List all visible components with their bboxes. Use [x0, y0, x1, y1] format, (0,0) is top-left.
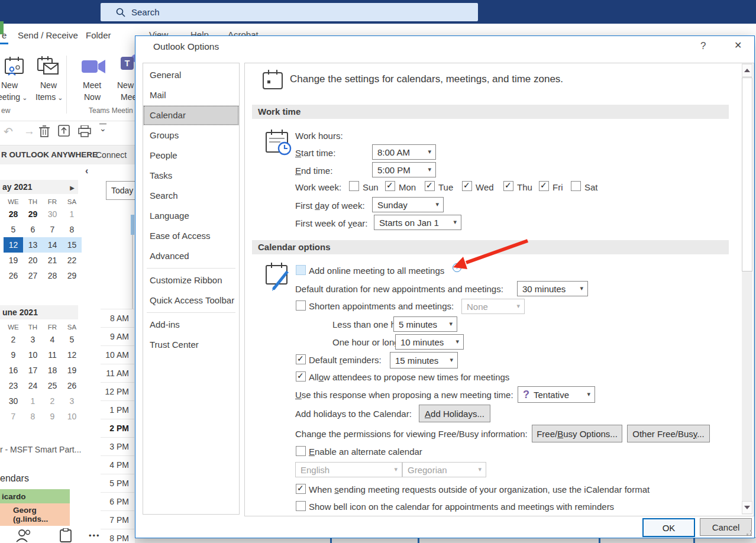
calendar-day[interactable]: 17	[23, 363, 43, 378]
calendar-day[interactable]: 28	[43, 268, 62, 283]
calendar-day[interactable]: 25	[43, 378, 62, 393]
people-nav-icon[interactable]	[15, 528, 32, 542]
nav-item-people[interactable]: People	[143, 146, 239, 166]
collapse-pane-icon[interactable]	[85, 166, 88, 176]
default-reminders-dropdown[interactable]: 15 minutes	[390, 352, 458, 369]
calendar-day-selected[interactable]: 12	[4, 237, 23, 253]
nav-item-calendar[interactable]: Calendar	[143, 105, 239, 125]
tasks-nav-icon[interactable]	[59, 528, 72, 542]
checkbox-wed[interactable]	[462, 181, 472, 191]
shorten-checkbox[interactable]	[296, 300, 306, 311]
use-response-dropdown[interactable]: ? Tentative	[518, 386, 595, 403]
checkbox-fri[interactable]	[539, 181, 549, 191]
calendar-day[interactable]: 2	[4, 332, 23, 347]
nav-item-customize-ribbon[interactable]: Customize Ribbon	[143, 270, 239, 290]
calendar-day[interactable]: 15	[62, 237, 82, 253]
close-button[interactable]	[734, 40, 742, 51]
end-time-dropdown[interactable]: 5:00 PM	[372, 162, 436, 177]
calendar-day[interactable]: 12	[62, 347, 82, 363]
show-bell-checkbox[interactable]	[296, 501, 306, 511]
new-items-button[interactable]: New Items	[34, 54, 65, 111]
less-than-dropdown[interactable]: 5 minutes	[393, 316, 457, 332]
search-bar[interactable]: Search	[101, 3, 478, 21]
scrollbar-thumb[interactable]	[742, 77, 752, 272]
add-online-meeting-checkbox[interactable]	[296, 265, 306, 275]
start-time-dropdown[interactable]: 8:00 AM	[372, 144, 436, 160]
nav-item-mail[interactable]: Mail	[143, 85, 239, 105]
calendar-day[interactable]: 1	[62, 206, 82, 222]
print-icon[interactable]	[78, 125, 91, 137]
calendar-day[interactable]: 19	[4, 253, 23, 268]
calendar-day[interactable]: 7	[4, 409, 23, 424]
nav-item-language[interactable]: Language	[143, 206, 239, 226]
nav-item-quick-access-toolbar[interactable]: Quick Access Toolbar	[143, 290, 239, 311]
tab-folder[interactable]: Folder	[86, 30, 111, 40]
calendar-day[interactable]: 26	[62, 378, 82, 393]
calendar-day[interactable]: 8	[62, 222, 82, 237]
nav-item-groups[interactable]: Groups	[143, 125, 239, 146]
calendar-day[interactable]: 19	[62, 363, 82, 378]
nav-item-advanced[interactable]: Advanced	[143, 246, 239, 266]
calendar-day[interactable]: 9	[43, 409, 62, 424]
checkbox-tue[interactable]	[425, 181, 435, 191]
alternate-calendar-system-dropdown[interactable]: Gregorian	[402, 462, 486, 477]
nav-item-general[interactable]: General	[143, 65, 239, 85]
calendar-day[interactable]: 29	[62, 268, 82, 283]
other-freebusy-button[interactable]: Other Free/Busy...	[627, 425, 710, 442]
calendar-day[interactable]: 26	[4, 268, 23, 283]
tab-home-partial[interactable]: e	[2, 30, 7, 40]
content-scrollbar[interactable]	[742, 63, 752, 515]
calendar-day[interactable]: 8	[23, 409, 43, 424]
nav-item-search[interactable]: Search	[143, 186, 239, 206]
freebusy-options-button[interactable]: Free/Busy Options...	[532, 425, 622, 442]
resize-grip[interactable]	[745, 528, 752, 535]
calendar-day[interactable]: 18	[43, 363, 62, 378]
new-meeting-button[interactable]: New eeting	[0, 54, 31, 111]
calendar-day[interactable]: 29	[23, 206, 43, 222]
alternate-language-dropdown[interactable]: English	[295, 462, 402, 477]
nav-item-tasks[interactable]: Tasks	[143, 166, 239, 186]
calendar-day[interactable]: 14	[43, 237, 62, 253]
shorten-dropdown[interactable]: None	[461, 299, 525, 314]
calendar-item-orange[interactable]: Georg (g.linds...	[0, 503, 70, 526]
calendar-day[interactable]: 10	[62, 409, 82, 424]
customize-toolbar-chevron-icon[interactable]: ⌄	[99, 124, 106, 132]
default-duration-dropdown[interactable]: 30 minutes	[517, 281, 588, 296]
calendar-day[interactable]: 16	[4, 363, 23, 378]
checkbox-sun[interactable]	[349, 181, 359, 191]
calendar-day[interactable]: 3	[62, 393, 82, 409]
calendar-day[interactable]: 9	[4, 347, 23, 363]
checkbox-thu[interactable]	[503, 181, 513, 191]
one-hour-dropdown[interactable]: 10 minutes	[395, 334, 464, 350]
first-day-dropdown[interactable]: Sunday	[372, 197, 444, 212]
cancel-button[interactable]: Cancel	[700, 518, 752, 536]
meet-now-button[interactable]: Meet Now	[79, 54, 110, 111]
nav-item-trust-center[interactable]: Trust Center	[143, 335, 239, 355]
tab-send-receive[interactable]: Send / Receive	[18, 30, 78, 40]
calendar-day[interactable]: 13	[23, 237, 43, 253]
scroll-down-button[interactable]	[742, 501, 752, 514]
calendar-day[interactable]: 2	[43, 393, 62, 409]
help-button[interactable]: ?	[700, 40, 706, 52]
add-holidays-button[interactable]: Add Holidays...	[419, 405, 490, 422]
default-reminders-checkbox[interactable]	[296, 354, 306, 364]
notification-link[interactable]: Connect	[96, 150, 127, 160]
calendar-day[interactable]: 21	[43, 253, 62, 268]
undo-icon[interactable]: ↶	[4, 125, 13, 138]
calendar-scrollbar-thumb[interactable]	[131, 215, 134, 235]
calendar-day[interactable]: 5	[62, 332, 82, 347]
calendar-day[interactable]: 23	[4, 378, 23, 393]
icalendar-checkbox[interactable]	[296, 484, 306, 494]
checkbox-sat[interactable]	[571, 181, 581, 191]
calendar-item-green[interactable]: icardo	[0, 489, 70, 503]
checkbox-mon[interactable]	[385, 181, 395, 191]
next-month-icon[interactable]	[70, 182, 75, 192]
calendar-day[interactable]: 1	[23, 393, 43, 409]
calendar-day[interactable]: 28	[4, 206, 23, 222]
more-apps-icon[interactable]	[89, 530, 101, 541]
calendar-day[interactable]: 30	[43, 206, 62, 222]
calendar-day[interactable]: 20	[23, 253, 43, 268]
delete-icon[interactable]	[39, 125, 50, 138]
calendar-day[interactable]: 5	[4, 222, 23, 237]
archive-icon[interactable]	[58, 125, 70, 137]
